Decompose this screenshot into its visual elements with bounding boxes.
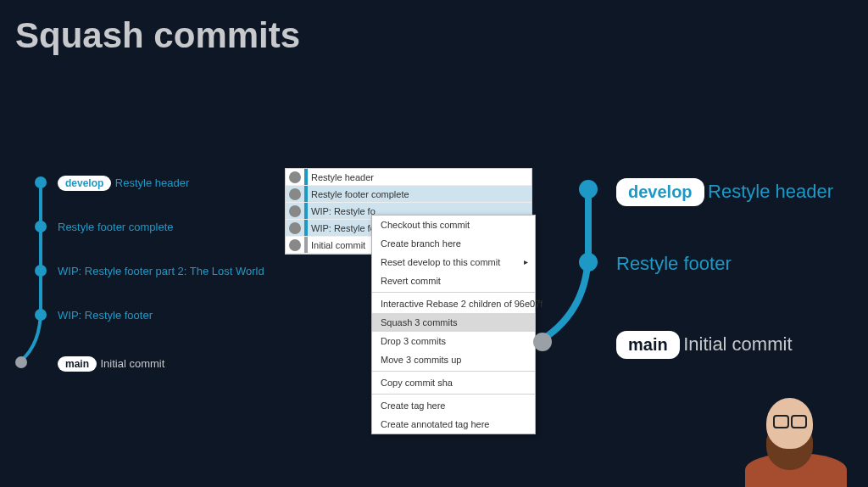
commit-label: WIP: Restyle footer part 2: The Lost Wor…: [58, 265, 264, 277]
menu-item-squash[interactable]: Squash 3 commits: [372, 313, 535, 332]
graph-line: [585, 188, 592, 256]
submenu-arrow-icon: ▸: [524, 257, 528, 266]
menu-item-create-tag[interactable]: Create tag here: [372, 396, 535, 415]
commit-dot: [579, 253, 598, 271]
menu-item-revert[interactable]: Revert commit: [372, 271, 535, 290]
author-avatar-icon: [289, 188, 301, 200]
author-avatar-icon: [289, 205, 301, 217]
menu-item-drop[interactable]: Drop 3 commits: [372, 332, 535, 350]
commit-dot: [35, 176, 47, 188]
menu-item-interactive-rebase[interactable]: Interactive Rebase 2 children of 96e07f: [372, 294, 535, 313]
graph-segment: [304, 186, 308, 202]
commit-row[interactable]: Restyle footer complete: [286, 186, 531, 203]
author-avatar-icon: [289, 171, 301, 183]
commit-label: Initial commit: [100, 357, 164, 370]
author-avatar-icon: [289, 222, 301, 234]
commit-label: Restyle header: [708, 181, 833, 202]
graph-line: [39, 183, 42, 314]
commit-dot: [35, 221, 47, 232]
menu-item-checkout[interactable]: Checkout this commit: [372, 216, 535, 234]
menu-separator: [372, 394, 535, 395]
context-menu: Checkout this commit Create branch here …: [371, 215, 536, 434]
slide-title: Squash commits: [15, 15, 300, 56]
menu-item-create-annotated-tag[interactable]: Create annotated tag here: [372, 415, 535, 434]
commit-label: Restyle footer: [616, 253, 732, 275]
branch-badge-develop: develop: [616, 178, 704, 206]
graph-segment: [304, 203, 308, 219]
menu-item-move-up[interactable]: Move 3 commits up: [372, 350, 535, 369]
menu-item-copy-sha[interactable]: Copy commit sha: [372, 373, 535, 392]
commit-dot: [35, 265, 47, 277]
branch-badge-main: main: [58, 356, 97, 372]
commit-message: Restyle footer complete: [311, 189, 409, 199]
commit-dot-initial: [15, 356, 27, 368]
menu-item-label: Reset develop to this commit: [381, 257, 500, 267]
commit-row: develop Restyle header: [58, 175, 189, 191]
commit-label: Initial commit: [683, 333, 792, 355]
graph-after: develop Restyle header Restyle footer ma…: [538, 170, 852, 390]
menu-separator: [372, 292, 535, 293]
commit-row[interactable]: Restyle header: [286, 169, 531, 186]
commit-label: WIP: Restyle footer: [58, 309, 153, 322]
graph-segment: [304, 220, 308, 236]
commit-row: develop Restyle header: [616, 178, 833, 206]
commit-row: main Initial commit: [616, 331, 793, 359]
commit-message: WIP: Restyle fo: [311, 206, 376, 216]
menu-separator: [372, 371, 535, 372]
presenter-camera: [732, 394, 860, 487]
menu-item-create-branch[interactable]: Create branch here: [372, 234, 535, 253]
menu-item-reset[interactable]: Reset develop to this commit ▸: [372, 253, 535, 271]
commit-message: Restyle header: [311, 172, 374, 182]
commit-label: Restyle footer complete: [58, 221, 174, 233]
commit-dot: [579, 180, 598, 199]
branch-badge-main: main: [616, 331, 680, 359]
branch-badge-develop: develop: [58, 176, 111, 191]
commit-dot: [35, 309, 47, 321]
graph-segment: [304, 169, 308, 185]
commit-dot-initial: [533, 333, 552, 351]
graph-before: develop Restyle header Restyle footer co…: [17, 170, 271, 382]
graph-segment: [304, 237, 308, 253]
commit-label: Restyle header: [115, 176, 189, 189]
commit-row: main Initial commit: [58, 355, 164, 372]
commit-message: WIP: Restyle fo: [311, 223, 376, 233]
commit-message: Initial commit: [311, 240, 365, 250]
author-avatar-icon: [289, 239, 301, 251]
